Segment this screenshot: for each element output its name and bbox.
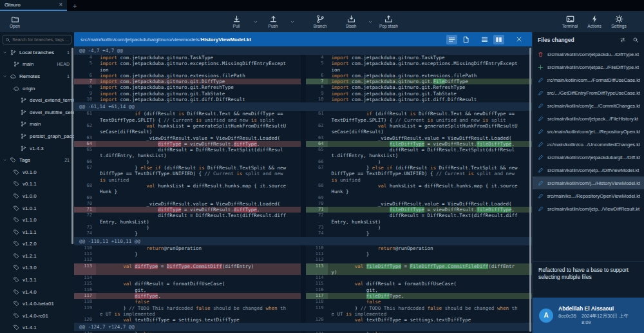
code-line-new[interactable]: val textDiffType = settings.textDiffType <box>328 317 533 323</box>
code-line-old[interactable]: val diffType = DiffType.CommitDiff(diffE… <box>96 263 301 276</box>
file-item[interactable]: src/main/kotlin/com/jetpackdu.../DiffTyp… <box>533 48 644 61</box>
code-line-new[interactable]: fileDiffType = viewDiffResult.fileDiffTy… <box>328 207 533 213</box>
file-item[interactable]: src/.../GetDiffEntryFromDiffTypeUseCase.… <box>533 86 644 99</box>
terminal-button[interactable]: Terminal <box>562 15 578 28</box>
code-line-new[interactable]: val diffResult = formatDiffUseCase( <box>328 281 533 287</box>
code-line-new[interactable]: import com.jetpackduba.gitnuro.TaskType <box>328 55 533 61</box>
code-line-old[interactable]: val hunksList = generateSplitHunkFromDif… <box>96 123 301 135</box>
code-line-old[interactable]: val textDiffType = settings.textDiffType <box>96 317 301 323</box>
sidebar-item-v1-4-0[interactable]: v1.4.0 <box>0 286 74 298</box>
code-line-old[interactable]: } <box>96 231 301 236</box>
sidebar-item-v1-3-0[interactable]: v1.3.0 <box>0 262 74 274</box>
chevron-down-icon[interactable] <box>3 74 7 79</box>
code-line-old[interactable]: ) // TODO This hardcoded false should be… <box>96 305 301 318</box>
code-line-old[interactable]: import com.jetpackduba.gitnuro.git.Refre… <box>96 84 301 90</box>
close-diff-icon[interactable] <box>513 35 524 44</box>
pop-stash-button[interactable]: Pop stash <box>379 15 398 28</box>
code-line-old[interactable]: import com.jetpackduba.gitnuro.git.TabSt… <box>96 91 301 97</box>
code-line-old[interactable]: _viewDiffResult.value = ViewDiffResult.L… <box>96 135 301 141</box>
code-line-new[interactable]: false <box>328 299 533 305</box>
open-button[interactable]: Open <box>6 15 23 28</box>
sidebar-item-v1-4-0-beta01[interactable]: v1.4.0-beta01 <box>0 298 74 310</box>
code-line-old[interactable]: } else if (diffResult is DiffResult.Text… <box>96 165 301 183</box>
code-line-old[interactable] <box>96 275 301 281</box>
code-line-old[interactable]: return@runOperation <box>96 245 301 251</box>
push-button[interactable]: Push <box>265 15 281 28</box>
sidebar-item-v1-4-0-rc01[interactable]: v1.4.0-rc01 <box>0 310 74 322</box>
code-line-new[interactable]: fileDiffType, <box>328 293 533 299</box>
code-line-new[interactable]: import com.jetpackduba.gitnuro.git.diff.… <box>328 97 533 102</box>
search-input[interactable] <box>12 37 69 42</box>
code-line-new[interactable]: val hunksList = diffResult.hunks.map { i… <box>328 183 533 195</box>
commit-author-card[interactable]: A Abdelilah El Aissaoui 8cc0c35 2024年12月… <box>533 298 644 333</box>
file-item[interactable]: src/main/kotlin/com/jet.../RepositoryOpe… <box>533 125 644 138</box>
code-line-new[interactable]: import com.jetpackduba.gitnuro.git.Refre… <box>328 84 533 90</box>
full-file-view-icon[interactable] <box>460 35 471 44</box>
code-line-new[interactable] <box>328 195 533 201</box>
new-tab-button[interactable]: + <box>67 0 82 11</box>
sidebar-item-v1-4-3[interactable]: v1.4.3 <box>0 142 74 155</box>
split-view-icon[interactable] <box>493 35 504 44</box>
files-search-icon[interactable] <box>632 37 639 43</box>
code-line-old[interactable]: diffType, <box>96 293 301 299</box>
file-item[interactable]: src/main/kotlin/com/jetpac.../FileDiffTy… <box>533 61 644 73</box>
file-item[interactable]: src/main/ko.../RepositoryOpenViewModel.k… <box>533 189 644 202</box>
code-line-old[interactable]: git, <box>96 287 301 293</box>
code-line-new[interactable]: diffResult = DiffResult.Text(diffResult.… <box>328 213 533 225</box>
chevron-down-icon[interactable] <box>368 19 373 24</box>
chevron-down-icon[interactable] <box>3 50 7 55</box>
sidebar-item-persist-graph-paddin[interactable]: persist_graph_paddin <box>0 130 74 142</box>
code-line-new[interactable]: import com.jetpackduba.gitnuro.exception… <box>328 61 533 73</box>
code-line-new[interactable]: if (diffResult is DiffResult.Text && new… <box>328 111 533 123</box>
file-item[interactable]: src/main/kotlin/com/je.../CommitChanges.… <box>533 99 644 112</box>
code-line-old[interactable]: diffType = viewDiffResult.diffType, <box>96 141 301 147</box>
sidebar-section-local-branches[interactable]: Local branches1 <box>0 46 74 59</box>
code-line-new[interactable]: return@runOperation <box>328 245 533 251</box>
code-line-old[interactable]: import com.jetpackduba.gitnuro.git.diff.… <box>96 97 301 102</box>
branch-button[interactable]: Branch <box>312 15 328 28</box>
code-line-old[interactable]: ) <box>96 159 301 165</box>
code-line-old[interactable]: import com.jetpackduba.gitnuro.git.DiffT… <box>96 79 301 84</box>
code-line-old[interactable]: val hunksList = diffResult.hunks.map { i… <box>96 183 301 195</box>
stash-button[interactable]: Stash <box>343 15 359 28</box>
code-line-old[interactable]: diffResult = DiffResult.Text(diffResult.… <box>96 213 301 225</box>
code-line-new[interactable] <box>328 275 533 281</box>
code-line-new[interactable]: _viewDiffResult.value = ViewDiffResult.L… <box>328 201 533 207</box>
code-line-new[interactable]: import com.jetpackduba.gitnuro.git.FileD… <box>328 79 533 84</box>
code-line-old[interactable]: false <box>96 299 301 305</box>
sidebar-item-v1-1-0[interactable]: v1.1.0 <box>0 214 74 226</box>
code-line-old[interactable]: if (diffResult is DiffResult.Text && new… <box>96 111 301 123</box>
sidebar-item-v1-3-1[interactable]: v1.3.1 <box>0 274 74 286</box>
file-item[interactable]: src/main/kotlin/com/jetp.../DiffViewMode… <box>533 164 644 176</box>
code-line-old[interactable]: _viewDiffResult.value = ViewDiffResult.L… <box>96 201 301 207</box>
chevron-down-icon[interactable] <box>253 19 258 24</box>
sidebar-section-tags[interactable]: Tags21 <box>0 154 74 166</box>
unified-view-icon[interactable] <box>479 35 490 44</box>
sidebar-item-main[interactable]: mainHEAD <box>0 59 74 71</box>
sidebar-item-v1-2-1[interactable]: v1.2.1 <box>0 250 74 262</box>
sidebar-item-origin[interactable]: origin <box>0 82 74 95</box>
sidebar-item-main[interactable]: main <box>0 119 74 131</box>
code-line-new[interactable]: import com.jetpackduba.gitnuro.extension… <box>328 73 533 79</box>
pull-button[interactable]: Pull <box>228 15 245 28</box>
code-line-new[interactable]: } <box>328 251 533 257</box>
tab-gitnuro[interactable]: Gitnuro × <box>0 0 67 11</box>
sidebar-item-devel-multifile-select[interactable]: devel_multifile_select <box>0 106 74 119</box>
code-line-new[interactable] <box>328 257 533 263</box>
hunks-view-icon[interactable] <box>446 35 457 44</box>
file-item[interactable]: src/main/kotlin/com/jetpackduba/git.../D… <box>533 151 644 164</box>
code-line-new[interactable]: val hunksList = generateSplitHunkFromDif… <box>328 123 533 135</box>
path-display-icon[interactable] <box>620 37 626 43</box>
code-line-new[interactable]: ) <box>328 225 533 231</box>
file-item[interactable]: src/main/kotlin/com/jetp.../ViewDiffResu… <box>533 202 644 215</box>
sidebar-item-v1-2-0[interactable]: v1.2.0 <box>0 238 74 251</box>
code-line-old[interactable] <box>96 257 301 263</box>
sidebar-item-v1-0-1[interactable]: v1.0.1 <box>0 202 74 214</box>
code-line-new[interactable]: val fileDiffType = FileDiffType.CommitFi… <box>328 263 533 276</box>
tab-close-icon[interactable]: × <box>59 2 62 8</box>
code-line-old[interactable]: } <box>96 251 301 257</box>
code-line-new[interactable]: } else if (diffResult is DiffResult.Text… <box>328 165 533 183</box>
code-line-old[interactable]: import com.jetpackduba.gitnuro.extension… <box>96 73 301 79</box>
code-line-new[interactable]: ) <box>328 159 533 165</box>
code-line-new[interactable]: git, <box>328 287 533 293</box>
